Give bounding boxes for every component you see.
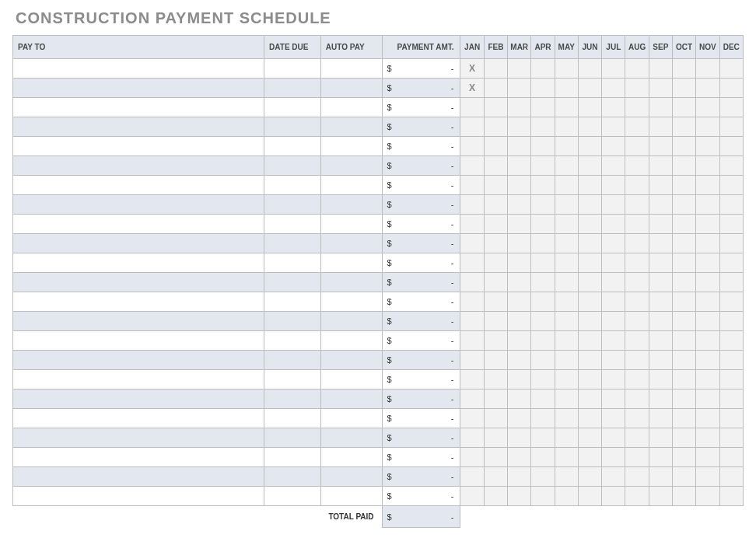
cell-pay-to[interactable] <box>13 59 264 79</box>
cell-month[interactable] <box>460 428 484 448</box>
cell-month[interactable] <box>719 98 743 117</box>
cell-month[interactable] <box>508 292 531 312</box>
cell-month[interactable] <box>625 79 649 98</box>
cell-auto-pay[interactable] <box>320 331 382 351</box>
cell-month[interactable] <box>673 292 696 312</box>
cell-date-due[interactable] <box>264 59 321 79</box>
cell-month[interactable] <box>484 390 507 409</box>
cell-month[interactable] <box>531 331 555 351</box>
cell-month[interactable] <box>625 467 649 487</box>
cell-month[interactable] <box>555 215 578 234</box>
cell-auto-pay[interactable] <box>320 215 382 234</box>
cell-month[interactable] <box>484 156 507 176</box>
cell-month[interactable] <box>460 234 484 253</box>
cell-auto-pay[interactable] <box>320 428 382 448</box>
cell-month[interactable] <box>531 156 555 176</box>
cell-month[interactable] <box>719 331 743 351</box>
cell-month[interactable] <box>508 79 531 98</box>
cell-month[interactable] <box>602 79 625 98</box>
cell-month[interactable] <box>673 79 696 98</box>
cell-month[interactable] <box>484 487 507 506</box>
cell-payment-amt[interactable]: $- <box>382 117 460 137</box>
cell-month[interactable] <box>649 487 672 506</box>
cell-month[interactable] <box>696 312 719 331</box>
cell-month[interactable] <box>649 292 672 312</box>
cell-month[interactable] <box>531 487 555 506</box>
cell-month[interactable] <box>719 409 743 428</box>
cell-month[interactable] <box>625 428 649 448</box>
cell-month[interactable] <box>625 117 649 137</box>
cell-month[interactable] <box>602 273 625 292</box>
cell-auto-pay[interactable] <box>320 292 382 312</box>
cell-month[interactable] <box>602 137 625 156</box>
cell-month[interactable] <box>555 390 578 409</box>
cell-month[interactable] <box>531 98 555 117</box>
cell-month[interactable] <box>508 137 531 156</box>
cell-month[interactable] <box>460 331 484 351</box>
cell-month[interactable] <box>460 448 484 467</box>
cell-month[interactable] <box>484 467 507 487</box>
cell-date-due[interactable] <box>264 195 321 215</box>
cell-month[interactable] <box>508 117 531 137</box>
cell-month[interactable] <box>673 331 696 351</box>
cell-month[interactable] <box>602 312 625 331</box>
cell-month[interactable] <box>484 176 507 195</box>
cell-auto-pay[interactable] <box>320 467 382 487</box>
cell-month[interactable] <box>625 253 649 273</box>
cell-month[interactable] <box>531 137 555 156</box>
cell-month[interactable] <box>508 390 531 409</box>
cell-auto-pay[interactable] <box>320 273 382 292</box>
cell-month[interactable] <box>531 370 555 390</box>
cell-date-due[interactable] <box>264 370 321 390</box>
cell-month[interactable] <box>555 234 578 253</box>
cell-month[interactable] <box>625 156 649 176</box>
cell-month[interactable] <box>531 448 555 467</box>
cell-date-due[interactable] <box>264 467 321 487</box>
cell-date-due[interactable] <box>264 487 321 506</box>
cell-month[interactable] <box>555 195 578 215</box>
cell-month[interactable] <box>602 253 625 273</box>
cell-date-due[interactable] <box>264 448 321 467</box>
cell-payment-amt[interactable]: $- <box>382 215 460 234</box>
cell-month[interactable] <box>673 234 696 253</box>
cell-month[interactable] <box>484 273 507 292</box>
cell-month[interactable]: X <box>460 59 484 79</box>
cell-month[interactable] <box>484 312 507 331</box>
cell-month[interactable] <box>555 137 578 156</box>
cell-month[interactable] <box>555 273 578 292</box>
cell-month[interactable] <box>484 253 507 273</box>
cell-month[interactable] <box>578 390 601 409</box>
cell-month[interactable] <box>696 390 719 409</box>
cell-payment-amt[interactable]: $- <box>382 487 460 506</box>
cell-month[interactable] <box>719 59 743 79</box>
cell-month[interactable] <box>555 409 578 428</box>
cell-pay-to[interactable] <box>13 351 264 370</box>
cell-auto-pay[interactable] <box>320 59 382 79</box>
cell-month[interactable] <box>673 351 696 370</box>
cell-month[interactable] <box>555 79 578 98</box>
cell-month[interactable] <box>508 195 531 215</box>
cell-month[interactable] <box>578 79 601 98</box>
cell-month[interactable] <box>460 390 484 409</box>
cell-pay-to[interactable] <box>13 79 264 98</box>
cell-month[interactable] <box>578 215 601 234</box>
cell-month[interactable] <box>696 409 719 428</box>
cell-month[interactable] <box>460 137 484 156</box>
cell-month[interactable] <box>719 253 743 273</box>
cell-auto-pay[interactable] <box>320 98 382 117</box>
cell-month[interactable] <box>578 156 601 176</box>
cell-month[interactable] <box>673 448 696 467</box>
cell-month[interactable] <box>508 59 531 79</box>
cell-month[interactable] <box>508 312 531 331</box>
cell-payment-amt[interactable]: $- <box>382 428 460 448</box>
cell-payment-amt[interactable]: $- <box>382 234 460 253</box>
cell-date-due[interactable] <box>264 292 321 312</box>
cell-month[interactable] <box>673 195 696 215</box>
cell-month[interactable] <box>484 351 507 370</box>
cell-month[interactable] <box>649 273 672 292</box>
cell-month[interactable] <box>696 253 719 273</box>
cell-month[interactable] <box>578 176 601 195</box>
cell-month[interactable] <box>578 331 601 351</box>
cell-month[interactable] <box>602 390 625 409</box>
cell-month[interactable] <box>602 117 625 137</box>
